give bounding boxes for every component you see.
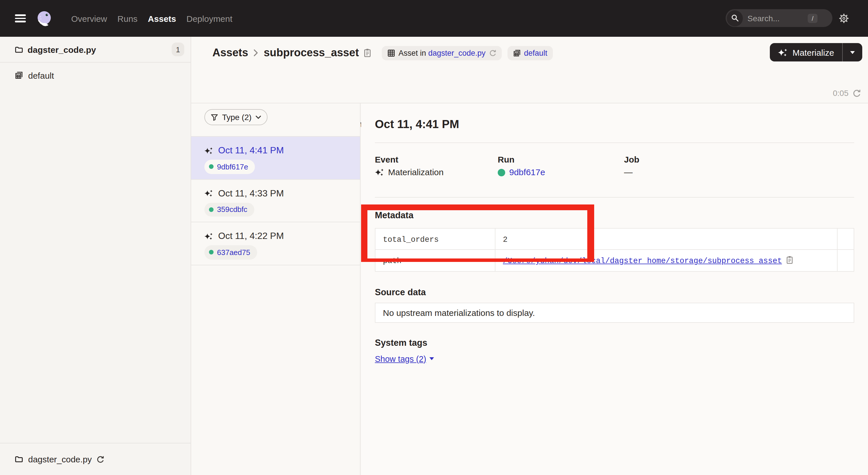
dagster-logo-icon[interactable] [36, 10, 53, 27]
group-name: default [28, 70, 54, 80]
events-filter-bar: Type (2) [191, 109, 360, 137]
breadcrumb-assets[interactable]: Assets [212, 47, 248, 59]
asset-count-badge: 1 [172, 42, 184, 56]
source-data-section-title: Source data [375, 286, 854, 297]
asset-in-label: Asset in [398, 49, 426, 57]
asset-in-code-location-tag[interactable]: Asset in dagster_code.py [382, 46, 501, 60]
nav-item-runs[interactable]: Runs [117, 13, 137, 23]
reload-icon[interactable] [96, 455, 104, 463]
run-id-pill[interactable]: 637aed75 [205, 245, 257, 259]
type-filter-button[interactable]: Type (2) [205, 109, 268, 125]
materialize-dropdown-button[interactable] [843, 43, 862, 61]
run-status-dot [209, 165, 214, 169]
metadata-table: total_orders 2 path /Users/yuhan/dev/loc… [375, 228, 854, 271]
folder-icon [15, 455, 23, 463]
metadata-value: 2 [503, 236, 507, 244]
run-id-link: 9dbf617e [217, 162, 248, 171]
materialization-sparkle-icon [205, 232, 213, 240]
chevron-right-icon [253, 49, 259, 57]
event-timestamp: Oct 11, 4:33 PM [218, 188, 284, 199]
chevron-down-icon [255, 115, 261, 119]
repo-link: default [524, 49, 547, 57]
run-id-pill[interactable]: 9dbf617e [205, 160, 255, 174]
job-column-label: Job [624, 154, 854, 165]
code-file-link[interactable]: dagster_code.py [428, 49, 486, 57]
sidebar-footer-code-location[interactable]: dagster_code.py [0, 443, 191, 475]
event-list-item[interactable]: Oct 11, 4:41 PM 9dbf617e [191, 137, 360, 179]
materialization-sparkle-icon [205, 146, 213, 155]
event-list-item[interactable]: Oct 11, 4:22 PM 637aed75 [191, 222, 360, 265]
asset-group-icon [15, 71, 23, 79]
refresh-icon[interactable] [852, 89, 861, 97]
auto-refresh-control: 0:05 [833, 88, 861, 98]
materialize-sparkle-icon [778, 48, 788, 57]
materialization-sparkle-icon [205, 189, 213, 198]
materialize-button[interactable]: Materialize [770, 43, 842, 61]
nav-links: Overview Runs Assets Deployment [71, 0, 232, 37]
repo-icon [513, 49, 521, 57]
run-id-pill[interactable]: 359cdbfc [205, 203, 254, 216]
footer-code-location-name: dagster_code.py [28, 454, 92, 464]
table-row: path /Users/yuhan/dev/local/dagster_home… [375, 249, 854, 271]
nav-item-deployment[interactable]: Deployment [187, 13, 232, 23]
show-tags-toggle[interactable]: Show tags (2) [375, 354, 434, 363]
source-data-empty-message: No upstream materializations to display. [383, 307, 535, 317]
nav-item-overview[interactable]: Overview [71, 13, 107, 23]
nav-item-assets[interactable]: Assets [148, 13, 176, 23]
run-id-link: 637aed75 [217, 248, 250, 257]
breadcrumb-asset-name: subprocess_asset [264, 47, 359, 59]
left-sidebar: dagster_code.py 1 default dagster_code.p… [0, 37, 191, 475]
job-table-icon [388, 49, 395, 57]
search-icon [727, 10, 743, 26]
search-shortcut-key: / [808, 13, 817, 23]
materialization-sparkle-icon [375, 168, 384, 177]
event-detail-panel: Oct 11, 4:41 PM Event Materialization Ru… [361, 103, 868, 475]
type-filter-label: Type (2) [222, 113, 252, 122]
source-data-empty-box: No upstream materializations to display. [375, 302, 854, 323]
run-id-link: 359cdbfc [217, 205, 247, 214]
events-list-panel: Type (2) Oct 11, 4:41 PM 9dbf617e [191, 103, 361, 475]
metadata-section-title: Metadata [375, 210, 854, 220]
sidebar-item-default-group[interactable]: default [0, 63, 191, 88]
event-detail-title: Oct 11, 4:41 PM [375, 117, 854, 131]
dagster-app: Overview Runs Assets Deployment Search..… [0, 0, 868, 475]
system-tags-section-title: System tags [375, 337, 854, 348]
run-id-link[interactable]: 9dbf617e [509, 167, 545, 177]
show-tags-label: Show tags (2) [375, 354, 426, 363]
metadata-key: total_orders [383, 236, 439, 244]
caret-down-icon [850, 51, 855, 54]
search-placeholder: Search... [747, 13, 780, 23]
breadcrumb: Assets subprocess_asset [212, 46, 553, 60]
divider [375, 197, 854, 198]
search-input[interactable]: Search... / [725, 9, 832, 27]
repo-default-tag[interactable]: default [507, 46, 553, 60]
copy-asset-name-icon[interactable] [363, 48, 371, 57]
table-row: total_orders 2 [375, 228, 854, 249]
job-value: — [624, 167, 632, 177]
run-column-label: Run [498, 154, 624, 165]
hamburger-menu-icon[interactable] [15, 14, 26, 22]
run-status-dot [209, 207, 214, 212]
funnel-filter-icon [211, 113, 218, 121]
event-timestamp: Oct 11, 4:22 PM [218, 231, 284, 241]
folder-icon [15, 46, 23, 53]
event-list-item[interactable]: Oct 11, 4:33 PM 359cdbfc [191, 179, 360, 222]
metadata-key: path [383, 257, 402, 266]
run-status-dot [498, 169, 505, 176]
event-summary-columns: Event Materialization Run 9dbf617e [375, 154, 854, 177]
divider [375, 143, 854, 143]
code-location-name: dagster_code.py [28, 44, 96, 54]
event-type-value: Materialization [388, 167, 443, 177]
settings-gear-icon[interactable] [839, 13, 849, 24]
reload-icon[interactable] [489, 50, 496, 56]
refresh-countdown: 0:05 [833, 88, 849, 98]
run-status-dot [209, 250, 214, 255]
triangle-down-icon [430, 357, 434, 360]
path-link[interactable]: /Users/yuhan/dev/local/dagster_home/stor… [503, 257, 782, 266]
materialize-label: Materialize [793, 48, 834, 57]
sidebar-code-location[interactable]: dagster_code.py 1 [0, 37, 191, 63]
asset-header: Assets subprocess_asset [191, 37, 868, 103]
event-column-label: Event [375, 154, 498, 165]
copy-path-icon[interactable] [786, 256, 794, 265]
top-nav: Overview Runs Assets Deployment Search..… [0, 0, 868, 37]
